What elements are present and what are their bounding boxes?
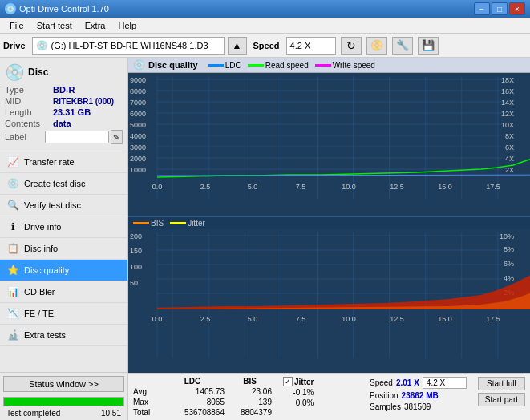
menu-help[interactable]: Help — [111, 19, 143, 32]
svg-text:50: 50 — [130, 279, 138, 287]
progress-fill — [4, 398, 123, 406]
chart-legend-upper: LDC Read speed Write speed — [208, 61, 375, 70]
type-value: BD-R — [53, 85, 75, 95]
bis-max: 139 — [228, 398, 272, 406]
mid-label: MID — [5, 96, 53, 106]
menu-start-test[interactable]: Start test — [30, 19, 79, 32]
position-row: Position 23862 MB — [370, 391, 467, 400]
lower-chart: 200 150 100 50 10% 8% 6% 4% 2% — [128, 229, 530, 373]
lower-chart-container: 200 150 100 50 10% 8% 6% 4% 2% — [128, 229, 530, 373]
label-edit-button[interactable]: ✎ — [111, 130, 123, 144]
nav-label-extra-tests: Extra tests — [24, 330, 66, 340]
action-buttons: Start full Start part — [478, 377, 525, 406]
disc-info-icon: 📋 — [6, 242, 19, 255]
disc-mid-row: MID RITEKBR1 (000) — [5, 96, 123, 106]
menu-extra[interactable]: Extra — [79, 19, 112, 32]
ldc-bis-stats: LDC BIS Avg 1405.73 23.06 Max 8065 139 T… — [133, 377, 272, 417]
svg-text:7.5: 7.5 — [296, 315, 306, 323]
disc-quality-title: Disc quality — [148, 60, 198, 70]
total-label: Total — [133, 408, 157, 417]
legend-jitter-color — [170, 222, 186, 224]
position-value: 23862 MB — [402, 391, 439, 400]
nav-items: 📈 Transfer rate 💿 Create test disc 🔍 Ver… — [0, 151, 127, 372]
jitter-avg: -0.1% — [283, 388, 314, 397]
svg-text:3000: 3000 — [130, 143, 146, 151]
legend-write-label: Write speed — [333, 61, 375, 70]
title-bar-controls: − □ × — [474, 2, 525, 15]
legend-jitter: Jitter — [170, 219, 205, 228]
jitter-checkbox[interactable]: ✓ — [283, 377, 293, 386]
drive-info-icon: ℹ — [6, 220, 19, 233]
menu-file[interactable]: File — [3, 19, 30, 32]
jitter-header-row: ✓ Jitter — [283, 377, 314, 386]
legend-ldc: LDC — [208, 61, 241, 70]
sidebar-item-disc-quality[interactable]: ⭐ Disc quality — [0, 260, 127, 281]
svg-text:17.5: 17.5 — [486, 315, 500, 323]
speed-select[interactable]: 4.2 X — [286, 37, 336, 55]
svg-text:4000: 4000 — [130, 132, 146, 140]
save-button[interactable]: 💾 — [418, 37, 439, 55]
disc-contents-row: Contents data — [5, 119, 123, 128]
svg-text:7000: 7000 — [130, 99, 146, 107]
ldc-max: 8065 — [160, 398, 225, 406]
disc-panel: 💿 Disc Type BD-R MID RITEKBR1 (000) Leng… — [0, 58, 127, 151]
refresh-button[interactable]: ↻ — [341, 37, 362, 55]
sidebar-item-drive-info[interactable]: ℹ Drive info — [0, 216, 127, 238]
legend-read-color — [248, 64, 264, 67]
mid-value: RITEKBR1 (000) — [53, 97, 114, 106]
sidebar-item-fe-te[interactable]: 📉 FE / TE — [0, 303, 127, 325]
svg-text:6000: 6000 — [130, 110, 146, 118]
content-area: 💿 Disc quality LDC Read speed Write spee… — [128, 58, 530, 420]
length-value: 23.31 GB — [53, 107, 91, 117]
drive-select[interactable]: 💿 (G:) HL-DT-ST BD-RE WH16NS48 1.D3 — [32, 37, 225, 55]
svg-text:6X: 6X — [505, 143, 514, 151]
progress-bar — [3, 397, 124, 406]
disc-quality-header-icon: 💿 — [133, 59, 145, 71]
svg-text:15.0: 15.0 — [438, 183, 452, 191]
fe-te-icon: 📉 — [6, 307, 19, 320]
ldc-total: 536708864 — [160, 408, 225, 417]
minimize-button[interactable]: − — [474, 2, 490, 15]
start-part-button[interactable]: Start part — [478, 393, 525, 406]
drive-eject-button[interactable]: ▲ — [228, 37, 247, 55]
svg-text:5000: 5000 — [130, 121, 146, 129]
stats-panel: LDC BIS Avg 1405.73 23.06 Max 8065 139 T… — [128, 373, 530, 420]
title-bar: 💿 Opti Drive Control 1.70 − □ × — [0, 0, 530, 18]
svg-rect-0 — [128, 73, 530, 216]
svg-text:10.0: 10.0 — [342, 315, 356, 323]
maximize-button[interactable]: □ — [492, 2, 508, 15]
speed-dropdown-value: 4.2 X — [427, 378, 445, 387]
label-input[interactable] — [45, 131, 109, 143]
start-full-button[interactable]: Start full — [478, 377, 525, 390]
svg-text:5.0: 5.0 — [248, 315, 258, 323]
status-window-button[interactable]: Status window >> — [3, 376, 124, 392]
close-button[interactable]: × — [509, 2, 525, 15]
max-label: Max — [133, 398, 157, 406]
speed-stat-label: Speed — [370, 378, 393, 387]
sidebar-item-verify-test-disc[interactable]: 🔍 Verify test disc — [0, 195, 127, 216]
sidebar-item-transfer-rate[interactable]: 📈 Transfer rate — [0, 151, 127, 173]
svg-text:7.5: 7.5 — [296, 183, 306, 191]
svg-text:6%: 6% — [504, 260, 514, 268]
svg-text:10%: 10% — [500, 232, 514, 240]
title-bar-left: 💿 Opti Drive Control 1.70 — [5, 3, 109, 14]
sidebar-item-extra-tests[interactable]: 🔬 Extra tests — [0, 325, 127, 346]
speed-stat-value: 2.01 X — [396, 378, 419, 387]
svg-text:18X: 18X — [501, 76, 514, 84]
samples-label: Samples — [370, 402, 401, 411]
svg-text:4%: 4% — [504, 274, 514, 282]
nav-label-cd-bler: CD Bler — [24, 287, 55, 297]
drive-label: Drive — [3, 41, 29, 50]
disc-read-button[interactable]: 📀 — [366, 37, 387, 55]
settings-button[interactable]: 🔧 — [392, 37, 413, 55]
sidebar-item-disc-info[interactable]: 📋 Disc info — [0, 238, 127, 260]
sidebar-item-create-test-disc[interactable]: 💿 Create test disc — [0, 173, 127, 195]
avg-row: Avg 1405.73 23.06 — [133, 387, 272, 396]
svg-text:0.0: 0.0 — [152, 183, 163, 191]
drive-text: (G:) HL-DT-ST BD-RE WH16NS48 1.D3 — [51, 41, 208, 50]
speed-stat-dropdown[interactable]: 4.2 X — [423, 377, 467, 389]
disc-label-row: Label ✎ — [5, 130, 123, 144]
sidebar-item-cd-bler[interactable]: 📊 CD Bler — [0, 281, 127, 303]
charts-area: 9000 8000 7000 6000 5000 4000 3000 2000 … — [128, 73, 530, 373]
legend-bis-color — [133, 222, 149, 224]
